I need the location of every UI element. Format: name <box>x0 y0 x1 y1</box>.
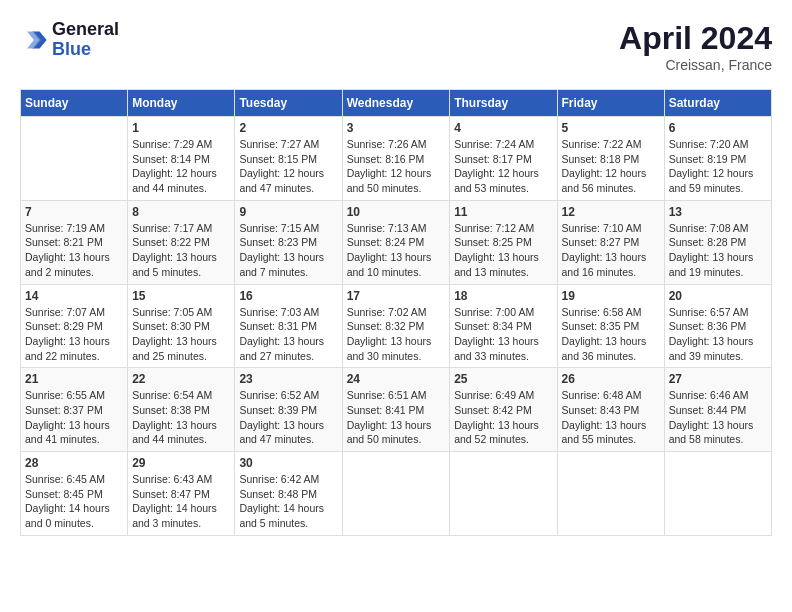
calendar-cell: 26Sunrise: 6:48 AM Sunset: 8:43 PM Dayli… <box>557 368 664 452</box>
header-row: SundayMondayTuesdayWednesdayThursdayFrid… <box>21 90 772 117</box>
cell-info: Sunrise: 6:52 AM Sunset: 8:39 PM Dayligh… <box>239 388 337 447</box>
col-header-sunday: Sunday <box>21 90 128 117</box>
calendar-cell: 23Sunrise: 6:52 AM Sunset: 8:39 PM Dayli… <box>235 368 342 452</box>
day-number: 29 <box>132 456 230 470</box>
cell-info: Sunrise: 6:51 AM Sunset: 8:41 PM Dayligh… <box>347 388 446 447</box>
cell-info: Sunrise: 7:02 AM Sunset: 8:32 PM Dayligh… <box>347 305 446 364</box>
calendar-week-4: 21Sunrise: 6:55 AM Sunset: 8:37 PM Dayli… <box>21 368 772 452</box>
cell-info: Sunrise: 7:20 AM Sunset: 8:19 PM Dayligh… <box>669 137 767 196</box>
day-number: 27 <box>669 372 767 386</box>
col-header-monday: Monday <box>128 90 235 117</box>
cell-info: Sunrise: 6:42 AM Sunset: 8:48 PM Dayligh… <box>239 472 337 531</box>
calendar-cell: 17Sunrise: 7:02 AM Sunset: 8:32 PM Dayli… <box>342 284 450 368</box>
day-number: 25 <box>454 372 552 386</box>
day-number: 15 <box>132 289 230 303</box>
calendar-cell <box>557 452 664 536</box>
cell-info: Sunrise: 7:19 AM Sunset: 8:21 PM Dayligh… <box>25 221 123 280</box>
calendar-cell: 28Sunrise: 6:45 AM Sunset: 8:45 PM Dayli… <box>21 452 128 536</box>
title-block: April 2024 Creissan, France <box>619 20 772 73</box>
logo-text: General Blue <box>52 20 119 60</box>
calendar-cell <box>21 117 128 201</box>
cell-info: Sunrise: 7:26 AM Sunset: 8:16 PM Dayligh… <box>347 137 446 196</box>
cell-info: Sunrise: 7:22 AM Sunset: 8:18 PM Dayligh… <box>562 137 660 196</box>
calendar-cell: 10Sunrise: 7:13 AM Sunset: 8:24 PM Dayli… <box>342 200 450 284</box>
page-header: General Blue April 2024 Creissan, France <box>20 20 772 73</box>
calendar-cell: 6Sunrise: 7:20 AM Sunset: 8:19 PM Daylig… <box>664 117 771 201</box>
calendar-cell: 29Sunrise: 6:43 AM Sunset: 8:47 PM Dayli… <box>128 452 235 536</box>
calendar-cell: 25Sunrise: 6:49 AM Sunset: 8:42 PM Dayli… <box>450 368 557 452</box>
day-number: 6 <box>669 121 767 135</box>
calendar-cell <box>450 452 557 536</box>
cell-info: Sunrise: 7:00 AM Sunset: 8:34 PM Dayligh… <box>454 305 552 364</box>
calendar-cell: 7Sunrise: 7:19 AM Sunset: 8:21 PM Daylig… <box>21 200 128 284</box>
logo: General Blue <box>20 20 119 60</box>
day-number: 18 <box>454 289 552 303</box>
calendar-week-2: 7Sunrise: 7:19 AM Sunset: 8:21 PM Daylig… <box>21 200 772 284</box>
calendar-cell: 8Sunrise: 7:17 AM Sunset: 8:22 PM Daylig… <box>128 200 235 284</box>
cell-info: Sunrise: 7:17 AM Sunset: 8:22 PM Dayligh… <box>132 221 230 280</box>
day-number: 20 <box>669 289 767 303</box>
col-header-tuesday: Tuesday <box>235 90 342 117</box>
logo-line1: General <box>52 20 119 40</box>
cell-info: Sunrise: 6:55 AM Sunset: 8:37 PM Dayligh… <box>25 388 123 447</box>
calendar-table: SundayMondayTuesdayWednesdayThursdayFrid… <box>20 89 772 536</box>
col-header-saturday: Saturday <box>664 90 771 117</box>
day-number: 13 <box>669 205 767 219</box>
calendar-cell: 18Sunrise: 7:00 AM Sunset: 8:34 PM Dayli… <box>450 284 557 368</box>
col-header-friday: Friday <box>557 90 664 117</box>
logo-icon <box>20 26 48 54</box>
calendar-cell: 9Sunrise: 7:15 AM Sunset: 8:23 PM Daylig… <box>235 200 342 284</box>
cell-info: Sunrise: 6:54 AM Sunset: 8:38 PM Dayligh… <box>132 388 230 447</box>
day-number: 2 <box>239 121 337 135</box>
day-number: 8 <box>132 205 230 219</box>
calendar-cell: 16Sunrise: 7:03 AM Sunset: 8:31 PM Dayli… <box>235 284 342 368</box>
cell-info: Sunrise: 6:43 AM Sunset: 8:47 PM Dayligh… <box>132 472 230 531</box>
calendar-cell: 1Sunrise: 7:29 AM Sunset: 8:14 PM Daylig… <box>128 117 235 201</box>
calendar-cell: 15Sunrise: 7:05 AM Sunset: 8:30 PM Dayli… <box>128 284 235 368</box>
calendar-cell: 5Sunrise: 7:22 AM Sunset: 8:18 PM Daylig… <box>557 117 664 201</box>
calendar-cell: 22Sunrise: 6:54 AM Sunset: 8:38 PM Dayli… <box>128 368 235 452</box>
col-header-wednesday: Wednesday <box>342 90 450 117</box>
cell-info: Sunrise: 7:13 AM Sunset: 8:24 PM Dayligh… <box>347 221 446 280</box>
col-header-thursday: Thursday <box>450 90 557 117</box>
cell-info: Sunrise: 7:05 AM Sunset: 8:30 PM Dayligh… <box>132 305 230 364</box>
day-number: 24 <box>347 372 446 386</box>
calendar-cell: 2Sunrise: 7:27 AM Sunset: 8:15 PM Daylig… <box>235 117 342 201</box>
cell-info: Sunrise: 7:24 AM Sunset: 8:17 PM Dayligh… <box>454 137 552 196</box>
calendar-cell: 11Sunrise: 7:12 AM Sunset: 8:25 PM Dayli… <box>450 200 557 284</box>
cell-info: Sunrise: 7:15 AM Sunset: 8:23 PM Dayligh… <box>239 221 337 280</box>
cell-info: Sunrise: 6:49 AM Sunset: 8:42 PM Dayligh… <box>454 388 552 447</box>
cell-info: Sunrise: 7:29 AM Sunset: 8:14 PM Dayligh… <box>132 137 230 196</box>
calendar-cell: 27Sunrise: 6:46 AM Sunset: 8:44 PM Dayli… <box>664 368 771 452</box>
day-number: 30 <box>239 456 337 470</box>
day-number: 19 <box>562 289 660 303</box>
calendar-cell: 13Sunrise: 7:08 AM Sunset: 8:28 PM Dayli… <box>664 200 771 284</box>
day-number: 21 <box>25 372 123 386</box>
day-number: 5 <box>562 121 660 135</box>
cell-info: Sunrise: 7:07 AM Sunset: 8:29 PM Dayligh… <box>25 305 123 364</box>
day-number: 14 <box>25 289 123 303</box>
day-number: 4 <box>454 121 552 135</box>
calendar-week-5: 28Sunrise: 6:45 AM Sunset: 8:45 PM Dayli… <box>21 452 772 536</box>
calendar-week-3: 14Sunrise: 7:07 AM Sunset: 8:29 PM Dayli… <box>21 284 772 368</box>
cell-info: Sunrise: 7:10 AM Sunset: 8:27 PM Dayligh… <box>562 221 660 280</box>
calendar-cell: 12Sunrise: 7:10 AM Sunset: 8:27 PM Dayli… <box>557 200 664 284</box>
cell-info: Sunrise: 7:27 AM Sunset: 8:15 PM Dayligh… <box>239 137 337 196</box>
calendar-cell <box>664 452 771 536</box>
day-number: 1 <box>132 121 230 135</box>
day-number: 23 <box>239 372 337 386</box>
calendar-cell: 30Sunrise: 6:42 AM Sunset: 8:48 PM Dayli… <box>235 452 342 536</box>
day-number: 7 <box>25 205 123 219</box>
day-number: 10 <box>347 205 446 219</box>
day-number: 17 <box>347 289 446 303</box>
cell-info: Sunrise: 7:03 AM Sunset: 8:31 PM Dayligh… <box>239 305 337 364</box>
cell-info: Sunrise: 7:12 AM Sunset: 8:25 PM Dayligh… <box>454 221 552 280</box>
calendar-cell: 4Sunrise: 7:24 AM Sunset: 8:17 PM Daylig… <box>450 117 557 201</box>
calendar-cell: 3Sunrise: 7:26 AM Sunset: 8:16 PM Daylig… <box>342 117 450 201</box>
day-number: 9 <box>239 205 337 219</box>
logo-line2: Blue <box>52 40 119 60</box>
calendar-cell: 24Sunrise: 6:51 AM Sunset: 8:41 PM Dayli… <box>342 368 450 452</box>
day-number: 22 <box>132 372 230 386</box>
cell-info: Sunrise: 6:45 AM Sunset: 8:45 PM Dayligh… <box>25 472 123 531</box>
day-number: 3 <box>347 121 446 135</box>
